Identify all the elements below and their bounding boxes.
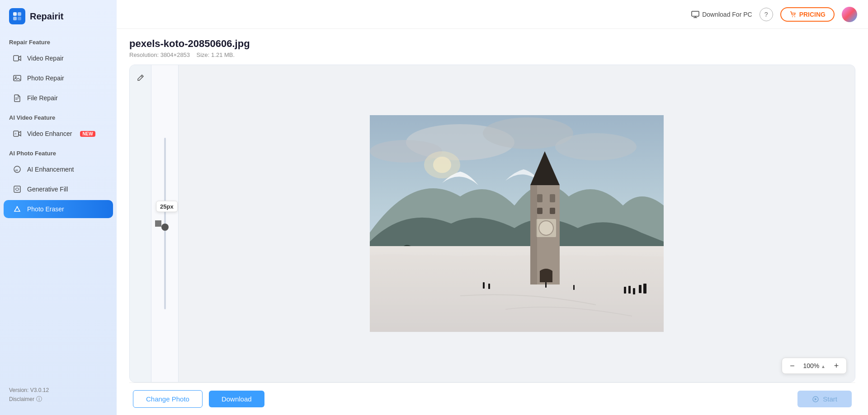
sidebar-item-generative-fill-label: Generative Fill <box>27 186 68 193</box>
repair-feature-label: Repair Feature <box>0 33 117 48</box>
sidebar: Repairit Repair Feature Video Repair Pho… <box>0 0 117 415</box>
sidebar-item-video-repair-label: Video Repair <box>27 55 64 62</box>
brush-slider-track[interactable]: 25px <box>164 138 166 309</box>
svg-rect-47 <box>628 286 631 294</box>
sidebar-item-video-enhancer[interactable]: AI Video Enhancer NEW <box>4 125 113 143</box>
sidebar-item-video-repair[interactable]: Video Repair <box>4 49 113 67</box>
svg-rect-45 <box>573 285 575 290</box>
zoom-chevron-icon: ▲ <box>821 364 826 369</box>
zoom-controls: − 100% ▲ + <box>782 358 847 374</box>
svg-rect-42 <box>483 282 485 289</box>
zoom-in-button[interactable]: + <box>831 360 842 371</box>
editor-wrapper: Reset History files <box>129 65 855 382</box>
start-icon <box>812 396 819 403</box>
svg-rect-48 <box>633 288 635 294</box>
svg-rect-44 <box>545 282 547 288</box>
ai-video-feature-label: AI Video Feature <box>0 108 117 124</box>
svg-point-19 <box>794 16 795 17</box>
sidebar-item-ai-enhancement-label: AI Enhancement <box>27 166 74 173</box>
disclaimer-link[interactable]: Disclaimer ⓘ <box>9 395 108 403</box>
download-for-pc[interactable]: Download For PC <box>691 11 752 18</box>
editor-content: pexels-koto-20850606.jpg Resolution: 380… <box>117 29 868 415</box>
topbar: Download For PC ? PRICING <box>117 0 868 29</box>
app-logo: Repairit <box>0 0 117 33</box>
svg-rect-50 <box>643 284 646 294</box>
file-size: Size: 1.21 MB. <box>197 51 235 58</box>
brush-panel: 25px <box>151 65 179 382</box>
main-content: Download For PC ? PRICING pexels-koto-20… <box>117 0 868 415</box>
file-repair-icon <box>13 93 22 103</box>
image-area[interactable]: − 100% ▲ + <box>179 65 855 382</box>
tool-panel <box>130 65 151 382</box>
brush-size-label: 25px <box>156 201 178 212</box>
disclaimer-label: Disclaimer <box>9 396 34 402</box>
svg-rect-5 <box>14 75 21 81</box>
pencil-tool[interactable] <box>133 70 148 85</box>
start-label: Start <box>823 395 837 403</box>
svg-rect-2 <box>13 17 17 20</box>
pencil-icon <box>137 74 145 82</box>
sidebar-item-file-repair-label: File Repair <box>27 94 58 102</box>
cart-icon <box>789 11 797 18</box>
svg-rect-35 <box>537 194 542 202</box>
svg-rect-49 <box>639 285 642 293</box>
sidebar-item-photo-repair-label: Photo Repair <box>27 75 64 82</box>
brush-slider-thumb[interactable] <box>161 224 169 231</box>
sidebar-item-file-repair[interactable]: File Repair <box>4 89 113 107</box>
svg-point-18 <box>792 16 793 17</box>
pricing-button[interactable]: PRICING <box>780 7 835 22</box>
svg-rect-36 <box>550 194 555 202</box>
generative-fill-icon <box>13 185 22 194</box>
user-avatar[interactable] <box>842 7 857 22</box>
svg-rect-0 <box>13 12 17 16</box>
svg-rect-4 <box>14 56 19 61</box>
svg-rect-46 <box>624 287 626 294</box>
bottom-actions: Change Photo Download Start <box>129 382 855 415</box>
svg-rect-41 <box>530 185 537 284</box>
ai-photo-feature-label: AI Photo Feature <box>0 144 117 159</box>
photo-repair-icon <box>13 74 22 83</box>
svg-rect-15 <box>692 11 699 16</box>
download-button[interactable]: Download <box>209 391 264 407</box>
svg-rect-13 <box>14 186 20 192</box>
logo-icon <box>9 8 25 24</box>
download-for-pc-label: Download For PC <box>702 11 752 18</box>
filename: pexels-koto-20850606.jpg <box>129 38 855 50</box>
svg-point-28 <box>555 133 637 160</box>
help-button[interactable]: ? <box>760 8 773 21</box>
ai-enhancement-icon: AI <box>13 165 22 174</box>
new-badge: NEW <box>80 131 95 137</box>
zoom-out-button[interactable]: − <box>787 360 797 371</box>
change-photo-button[interactable]: Change Photo <box>133 390 203 408</box>
svg-text:AI: AI <box>14 132 17 135</box>
photo-display <box>370 115 664 332</box>
video-repair-icon <box>13 54 22 63</box>
info-icon: ⓘ <box>36 395 42 403</box>
sidebar-item-photo-eraser[interactable]: Photo Eraser <box>4 200 113 218</box>
sidebar-item-video-enhancer-label: Video Enhancer <box>27 130 72 137</box>
svg-text:AI: AI <box>15 169 18 172</box>
svg-rect-1 <box>18 12 21 16</box>
sidebar-item-generative-fill[interactable]: Generative Fill <box>4 180 113 198</box>
svg-point-6 <box>15 77 17 78</box>
svg-point-40 <box>539 221 553 235</box>
help-icon: ? <box>764 11 768 18</box>
sidebar-item-photo-repair[interactable]: Photo Repair <box>4 69 113 87</box>
file-resolution: Resolution: 3804×2853 <box>129 51 190 58</box>
svg-rect-3 <box>18 17 21 20</box>
svg-point-14 <box>17 206 18 208</box>
file-meta: Resolution: 3804×2853 Size: 1.21 MB. <box>129 51 855 58</box>
start-button[interactable]: Start <box>797 391 852 407</box>
pricing-label: PRICING <box>799 11 826 18</box>
zoom-value-text: 100% <box>803 362 819 369</box>
monitor-icon <box>691 11 699 18</box>
photo-eraser-icon <box>13 205 22 214</box>
sidebar-item-photo-eraser-label: Photo Eraser <box>27 205 64 213</box>
zoom-value: 100% ▲ <box>800 362 828 369</box>
version-text: Version: V3.0.12 <box>9 387 108 393</box>
sidebar-item-ai-enhancement[interactable]: AI AI Enhancement <box>4 160 113 178</box>
svg-point-31 <box>433 157 451 173</box>
app-name: Repairit <box>30 11 63 22</box>
svg-rect-38 <box>550 208 555 214</box>
svg-rect-37 <box>537 208 542 214</box>
